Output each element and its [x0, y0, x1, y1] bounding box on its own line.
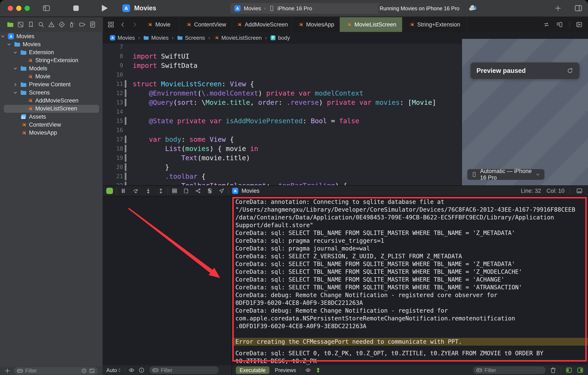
sidebar-item-AddMovieScreen[interactable]: AddMovieScreen [0, 97, 103, 104]
executable-scope-button[interactable]: Executable [236, 366, 269, 374]
add-tab-button[interactable] [554, 5, 562, 12]
print-description-icon[interactable] [138, 367, 145, 373]
sidebar-item-Screens[interactable]: Screens [0, 89, 103, 97]
change-bar [125, 117, 126, 125]
navigator-debug-gauge-icon[interactable] [68, 21, 76, 28]
swap-editor-icon[interactable] [543, 21, 550, 28]
chevron-down-icon[interactable] [13, 50, 18, 55]
tab-AddMovieScreen[interactable]: AddMovieScreen [232, 17, 292, 32]
chevron-right-icon[interactable] [13, 82, 18, 87]
sidebar-item-MoviesApp[interactable]: MoviesApp [0, 129, 103, 137]
previews-scope-button[interactable]: Previews [275, 367, 296, 373]
navigator-report-icon[interactable] [89, 21, 96, 28]
sidebar-item-Extension[interactable]: Extension [0, 49, 103, 56]
tab-String+Extension[interactable]: String+Extension [402, 17, 467, 32]
clear-console-button[interactable] [550, 367, 556, 374]
code-editor[interactable]: 78import SwiftUI9import SwiftData1011str… [103, 44, 461, 185]
console-pane-toggle[interactable] [577, 367, 584, 374]
console-filter-field[interactable]: Filter [473, 366, 546, 374]
sidebar-item-Models[interactable]: Models [0, 64, 103, 73]
back-icon[interactable] [120, 21, 126, 28]
tab-bar: MovieContentViewAddMovieScreenMoviesAppM… [103, 17, 588, 32]
console-output[interactable]: CoreData: annotation: Connecting to sqli… [232, 196, 588, 365]
change-bar [125, 163, 126, 171]
code-line-21: 21 .toolbar { [103, 172, 461, 181]
environment-overrides-icon[interactable] [195, 188, 201, 194]
variables-filter-field[interactable]: Filter [149, 366, 219, 374]
run-button[interactable] [106, 188, 113, 194]
debugger-status-icon [315, 367, 321, 373]
line-number: 22 [103, 181, 123, 185]
simulate-location-icon[interactable] [218, 188, 225, 194]
navigator-search-icon[interactable] [38, 21, 45, 28]
navigator-tag-icon[interactable] [79, 21, 86, 28]
sidebar-item-Preview Content[interactable]: Preview Content [0, 81, 103, 89]
debug-view-hierarchy-icon[interactable] [171, 188, 178, 194]
memory-graph-icon[interactable] [183, 188, 189, 194]
step-into-icon[interactable] [145, 188, 152, 194]
activity-pill[interactable]: A Movies › iPhone 16 Pro Running Movies … [230, 3, 461, 14]
forward-icon[interactable] [131, 21, 138, 28]
breadcrumb-item-body[interactable]: Pbody [270, 35, 290, 41]
pause-icon[interactable] [120, 188, 126, 194]
maximize-window-button[interactable] [25, 6, 30, 11]
quicklook-icon[interactable] [128, 367, 135, 373]
chevron-down-icon[interactable] [13, 90, 18, 95]
line-number: 20 [103, 163, 123, 172]
chevron-down-icon[interactable] [7, 42, 12, 47]
navigator-warning-icon[interactable] [48, 21, 55, 28]
breadcrumb-item-Movies[interactable]: AMovies [110, 35, 135, 41]
tab-MovieListScreen[interactable]: MovieListScreen [340, 17, 402, 32]
sidebar-item-ContentView[interactable]: ContentView [0, 121, 103, 129]
breadcrumb-item-Screens[interactable]: Screens [177, 35, 205, 41]
close-window-button[interactable] [8, 6, 13, 11]
resume-preview-button[interactable] [566, 67, 574, 74]
navigator-folder-icon[interactable] [7, 21, 14, 28]
line-number: 9 [103, 61, 123, 70]
sidebar-item-Assets[interactable]: Assets [0, 113, 103, 121]
filter-placeholder: Filter [161, 367, 172, 373]
step-out-icon[interactable] [158, 188, 164, 194]
item-label: Movies [23, 41, 41, 48]
sidebar-item-String+Extension[interactable]: String+Extension [0, 56, 103, 64]
navigator-filter-field[interactable]: Filter [14, 367, 98, 375]
sidebar-item-Movies[interactable]: AMovies [0, 32, 103, 40]
tab-Movie[interactable]: Movie [137, 17, 179, 32]
step-over-icon[interactable] [132, 188, 139, 194]
variables-pane-toggle[interactable] [565, 367, 572, 374]
add-file-button[interactable] [4, 368, 10, 374]
minimize-window-button[interactable] [16, 6, 21, 11]
right-panel-toggle[interactable] [574, 4, 582, 12]
line-number: 21 [103, 172, 123, 181]
source-control-filter-icon[interactable] [89, 368, 95, 374]
breadcrumb-item-Movies[interactable]: Movies [143, 35, 168, 41]
related-items-icon[interactable] [107, 21, 114, 28]
preview-device-selector[interactable]: Automatic — iPhone 16 Pro [467, 169, 545, 180]
tab-ContentView[interactable]: ContentView [179, 17, 232, 32]
navigator-bookmark-icon[interactable] [27, 21, 34, 28]
navigator-changes-icon[interactable] [17, 21, 24, 28]
quicklook-icon[interactable] [305, 367, 311, 373]
sidebar-item-Movies[interactable]: Movies [0, 40, 103, 48]
debug-area-toggle[interactable] [576, 187, 583, 194]
split-editor-icon[interactable] [576, 21, 583, 28]
navigator-test-icon[interactable] [58, 21, 65, 28]
runtime-issues-icon[interactable] [207, 188, 213, 194]
line-number: 11 [103, 79, 123, 89]
sidebar-item-MovieListScreen[interactable]: MovieListScreen [0, 105, 103, 113]
recent-files-icon[interactable] [81, 368, 87, 374]
chevron-down-icon [535, 172, 541, 177]
play-button[interactable] [102, 5, 108, 11]
chevron-down-icon[interactable] [13, 66, 18, 71]
console-log-line [232, 346, 588, 349]
breadcrumb-item-MovieListScreen[interactable]: MovieListScreen [213, 35, 262, 41]
sidebar-toggle-icon[interactable] [43, 4, 50, 12]
chevron-down-icon[interactable] [0, 34, 5, 39]
tab-MoviesApp[interactable]: MoviesApp [292, 17, 340, 32]
variables-scope-select[interactable]: Auto [106, 367, 117, 373]
sidebar-item-Movie[interactable]: Movie [0, 73, 103, 81]
stop-button[interactable] [73, 5, 79, 11]
folder-icon [20, 89, 27, 96]
item-label: Movies [16, 33, 34, 40]
minimap-icon[interactable] [556, 21, 563, 28]
